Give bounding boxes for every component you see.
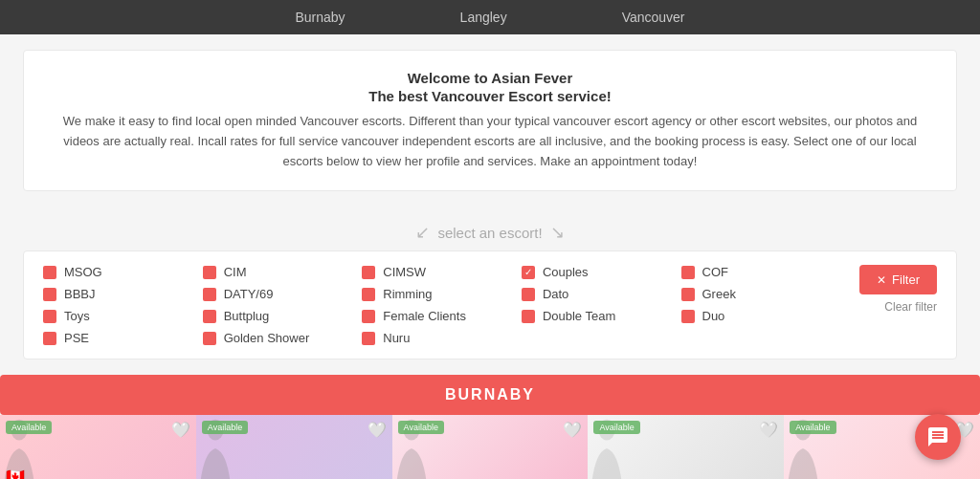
checkbox-cim[interactable] — [203, 266, 216, 279]
available-badge-3: Available — [398, 421, 444, 434]
arrow-left-icon: ↙ — [415, 222, 430, 243]
checkbox-bbbj[interactable] — [43, 288, 56, 301]
filter-label-cim: CIM — [224, 265, 247, 279]
heart-icon-3[interactable]: 🤍 — [563, 421, 582, 439]
heart-icon-4[interactable]: 🤍 — [759, 421, 778, 439]
filter-label-dato: Dato — [543, 287, 568, 301]
welcome-body: We make it easy to find local open minde… — [62, 112, 918, 171]
checkbox-msog[interactable] — [43, 266, 56, 279]
filter-label-cimsw: CIMSW — [383, 265, 426, 279]
welcome-banner: Welcome to Asian Fever The best Vancouve… — [23, 50, 957, 191]
filter-label-female-clients: Female Clients — [383, 309, 466, 323]
filter-label-double-team: Double Team — [543, 309, 615, 323]
checkbox-toys[interactable] — [43, 310, 56, 323]
profile-cards-row: Available 🤍 🇨🇦 Available 🤍 Available 🤍 A… — [0, 415, 980, 479]
top-navigation: Burnaby Langley Vancouver — [0, 0, 980, 34]
checkbox-dato[interactable] — [522, 288, 535, 301]
welcome-title-line1: Welcome to Asian Fever — [62, 70, 918, 86]
select-escort-label: ↙ select an escort! ↘ — [0, 207, 980, 250]
checkbox-cimsw[interactable] — [362, 266, 375, 279]
profile-card-3[interactable]: Available 🤍 — [392, 415, 589, 479]
flag-icon-1: 🇨🇦 — [6, 468, 25, 479]
arrow-right-icon: ↘ — [550, 222, 565, 243]
filter-label-greek: Greek — [702, 287, 736, 301]
filter-toys[interactable]: Toys — [43, 309, 203, 323]
profile-card-1[interactable]: Available 🤍 🇨🇦 — [0, 415, 196, 479]
x-icon: ✕ — [877, 273, 886, 287]
checkbox-nuru[interactable] — [362, 332, 375, 345]
nav-langley[interactable]: Langley — [460, 10, 507, 25]
checkbox-cof[interactable] — [681, 266, 695, 279]
filter-col-5: COF Greek Duo — [681, 265, 841, 345]
filter-label-duo: Duo — [702, 309, 725, 323]
available-badge-4: Available — [593, 421, 639, 434]
checkbox-female-clients[interactable] — [362, 310, 375, 323]
available-badge-2: Available — [202, 421, 248, 434]
filter-label-nuru: Nuru — [383, 331, 410, 345]
checkbox-duo[interactable] — [681, 310, 695, 323]
filter-greek[interactable]: Greek — [681, 287, 841, 301]
checkbox-couples[interactable] — [522, 266, 535, 279]
filter-columns: MSOG BBBJ Toys PSE CIM DATY/6 — [43, 265, 840, 345]
filter-label-toys: Toys — [64, 309, 90, 323]
filter-cof[interactable]: COF — [681, 265, 841, 279]
select-escort-text: select an escort! — [437, 225, 542, 241]
filter-col-2: CIM DATY/69 Buttplug Golden Shower — [203, 265, 363, 345]
filter-couples[interactable]: Couples — [522, 265, 681, 279]
filter-label-pse: PSE — [64, 331, 89, 345]
heart-icon-1[interactable]: 🤍 — [171, 421, 190, 439]
profile-card-2[interactable]: Available 🤍 — [196, 415, 392, 479]
nav-burnaby[interactable]: Burnaby — [295, 10, 345, 25]
filter-section: MSOG BBBJ Toys PSE CIM DATY/6 — [23, 250, 957, 359]
checkbox-buttplug[interactable] — [203, 310, 216, 323]
filter-label-msog: MSOG — [64, 265, 102, 279]
filter-col-1: MSOG BBBJ Toys PSE — [43, 265, 203, 345]
checkbox-greek[interactable] — [681, 288, 695, 301]
checkbox-pse[interactable] — [43, 332, 56, 345]
filter-pse[interactable]: PSE — [43, 331, 203, 345]
filter-label-daty: DATY/69 — [224, 287, 274, 301]
filter-cim[interactable]: CIM — [203, 265, 363, 279]
filter-col-3: CIMSW Rimming Female Clients Nuru — [362, 265, 522, 345]
filter-cimsw[interactable]: CIMSW — [362, 265, 522, 279]
filter-dato[interactable]: Dato — [522, 287, 681, 301]
chat-icon — [926, 425, 949, 448]
clear-filter-link[interactable]: Clear filter — [884, 300, 937, 314]
checkbox-double-team[interactable] — [522, 310, 535, 323]
filter-label-bbbj: BBBJ — [64, 287, 96, 301]
checkbox-golden-shower[interactable] — [203, 332, 216, 345]
available-badge-1: Available — [6, 421, 52, 434]
filter-button[interactable]: ✕ Filter — [859, 265, 937, 294]
available-badge-5: Available — [790, 421, 835, 434]
checkbox-daty[interactable] — [203, 288, 216, 301]
filter-actions: ✕ Filter Clear filter — [859, 265, 937, 314]
filter-label-couples: Couples — [543, 265, 589, 279]
filter-label-cof: COF — [702, 265, 728, 279]
section-header-burnaby: BURNABY — [0, 375, 980, 415]
checkbox-rimming[interactable] — [362, 288, 375, 301]
filter-label-golden-shower: Golden Shower — [224, 331, 310, 345]
heart-icon-2[interactable]: 🤍 — [368, 421, 387, 439]
profile-card-4[interactable]: Available 🤍 — [588, 415, 784, 479]
filter-buttplug[interactable]: Buttplug — [203, 309, 363, 323]
chat-button[interactable] — [915, 414, 961, 460]
nav-vancouver[interactable]: Vancouver — [622, 10, 685, 25]
filter-bbbj[interactable]: BBBJ — [43, 287, 203, 301]
welcome-title-line2: The best Vancouver Escort service! — [62, 88, 918, 104]
filter-msog[interactable]: MSOG — [43, 265, 203, 279]
filter-duo[interactable]: Duo — [681, 309, 841, 323]
filter-nuru[interactable]: Nuru — [362, 331, 522, 345]
filter-golden-shower[interactable]: Golden Shower — [203, 331, 363, 345]
filter-label-buttplug: Buttplug — [224, 309, 270, 323]
filter-col-4: Couples Dato Double Team — [522, 265, 681, 345]
filter-female-clients[interactable]: Female Clients — [362, 309, 522, 323]
filter-daty[interactable]: DATY/69 — [203, 287, 363, 301]
filter-label-rimming: Rimming — [383, 287, 432, 301]
filter-double-team[interactable]: Double Team — [522, 309, 681, 323]
filter-button-label: Filter — [892, 272, 920, 287]
filter-rimming[interactable]: Rimming — [362, 287, 522, 301]
